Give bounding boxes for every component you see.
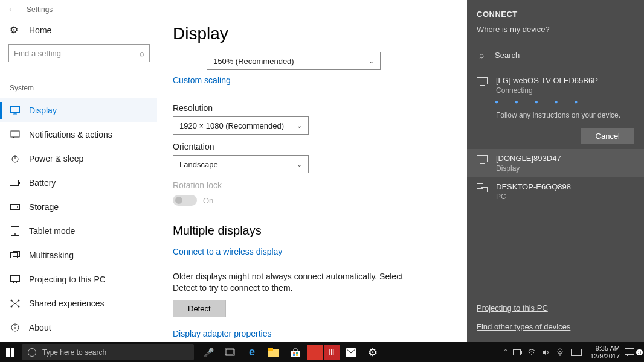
device-status: Connecting <box>496 86 620 95</box>
tray-chevron-up-icon[interactable]: ˄ <box>498 348 513 357</box>
svg-rect-12 <box>11 253 18 258</box>
taskbar-date: 12/9/2017 <box>590 352 620 360</box>
connect-search-label: Search <box>495 51 520 60</box>
about-icon <box>10 323 21 332</box>
back-button[interactable]: ← <box>5 4 19 15</box>
detect-button[interactable]: Detect <box>173 300 226 317</box>
system-tray: ˄ 9:35 AM 12/9/2017 3 <box>498 342 644 362</box>
svg-rect-33 <box>268 348 273 351</box>
notification-badge: 3 <box>636 349 643 355</box>
search-placeholder: Find a setting <box>14 49 61 58</box>
connect-wireless-link[interactable]: Connect to a wireless display <box>173 247 282 256</box>
sidebar-item-storage[interactable]: Storage <box>0 195 157 219</box>
task-view-button[interactable] <box>219 342 241 362</box>
svg-point-17 <box>11 300 13 302</box>
svg-point-23 <box>14 325 16 326</box>
svg-point-19 <box>11 306 13 308</box>
mail-app[interactable] <box>341 345 361 360</box>
projecting-to-pc-link[interactable]: Projecting to this PC <box>477 303 634 313</box>
rotation-lock-toggle[interactable] <box>173 195 197 206</box>
svg-point-20 <box>18 306 20 308</box>
sidebar-item-label: Power & sleep <box>29 154 83 164</box>
sidebar-item-display[interactable]: Display <box>0 98 157 122</box>
sidebar-item-about[interactable]: About <box>0 316 157 340</box>
file-explorer-app[interactable] <box>263 345 284 360</box>
action-center-button[interactable]: 3 <box>625 348 644 357</box>
svg-rect-47 <box>625 348 634 354</box>
settings-content: Display 150% (Recommended) ⌄ Custom scal… <box>173 24 460 349</box>
find-setting-search[interactable]: Find a setting ⌕ <box>8 44 150 62</box>
volume-tray-icon[interactable] <box>542 349 556 356</box>
taskbar-search[interactable]: Type here to search <box>22 344 194 360</box>
device-status: Display <box>496 164 561 173</box>
windows-logo-icon <box>6 348 14 357</box>
adapter-properties-link[interactable]: Display adapter properties <box>173 329 271 338</box>
connect-search[interactable]: ⌕ Search <box>467 45 644 65</box>
cortana-icon <box>28 348 36 357</box>
where-is-device-link[interactable]: Where is my device? <box>467 25 644 34</box>
sidebar-item-label: Battery <box>29 178 56 188</box>
sidebar-item-projecting[interactable]: Projecting to this PC <box>0 267 157 291</box>
svg-rect-40 <box>514 349 521 355</box>
sidebar-item-tablet[interactable]: Tablet mode <box>0 219 157 243</box>
svg-point-9 <box>17 206 18 208</box>
multitasking-icon <box>10 251 21 259</box>
app-red[interactable] <box>307 345 323 360</box>
store-app[interactable] <box>285 345 306 360</box>
device-name: [LG] webOS TV OLED65B6P <box>496 76 620 85</box>
sidebar-item-battery[interactable]: Battery <box>0 171 157 195</box>
svg-rect-34 <box>291 351 300 357</box>
location-tray-icon[interactable] <box>556 348 571 357</box>
edge-app[interactable]: e <box>242 345 262 360</box>
sidebar-item-label: About <box>29 323 51 332</box>
shared-icon <box>10 299 21 308</box>
device-desktop[interactable]: DESKTOP-E6GQ898 PC <box>467 177 644 206</box>
cancel-button[interactable]: Cancel <box>581 128 634 144</box>
home-label: Home <box>29 25 51 35</box>
taskbar-time: 9:35 AM <box>590 345 620 352</box>
power-icon <box>10 154 21 163</box>
resolution-label: Resolution <box>173 103 460 113</box>
taskbar-search-placeholder: Type here to search <box>42 348 106 357</box>
svg-rect-13 <box>13 252 20 257</box>
sidebar-item-notifications[interactable]: Notifications & actions <box>0 122 157 147</box>
wifi-tray-icon[interactable] <box>527 349 542 356</box>
sidebar: System Display Notifications & actions P… <box>0 81 157 340</box>
scale-select[interactable]: 150% (Recommended) ⌄ <box>207 52 381 70</box>
mic-icon[interactable]: 🎤 <box>198 342 219 362</box>
sidebar-item-multitasking[interactable]: Multitasking <box>0 243 157 267</box>
svg-rect-8 <box>11 205 20 210</box>
svg-rect-36 <box>296 352 298 354</box>
start-button[interactable] <box>0 342 21 362</box>
battery-icon <box>10 180 21 186</box>
rotation-lock-label: Rotation lock <box>173 180 460 190</box>
search-icon: ⌕ <box>140 49 144 58</box>
orientation-value: Landscape <box>179 160 218 169</box>
orientation-label: Orientation <box>173 142 460 151</box>
display-icon <box>477 154 489 173</box>
display-icon <box>477 76 489 119</box>
keyboard-tray-icon[interactable] <box>571 349 585 356</box>
device-lg-tv[interactable]: [LG] webOS TV OLED65B6P Connecting ● ● ●… <box>467 71 644 124</box>
sidebar-item-label: Display <box>29 106 57 115</box>
svg-rect-6 <box>10 180 19 186</box>
svg-rect-14 <box>11 276 20 282</box>
taskbar-clock[interactable]: 9:35 AM 12/9/2017 <box>585 345 625 359</box>
orientation-select[interactable]: Landscape ⌄ <box>173 155 309 173</box>
custom-scaling-link[interactable]: Custom scaling <box>173 75 231 85</box>
app-bars[interactable]: Ⅲ <box>324 345 340 360</box>
resolution-select[interactable]: 1920 × 1080 (Recommended) ⌄ <box>173 116 309 135</box>
battery-tray-icon[interactable] <box>513 349 527 355</box>
sidebar-item-shared[interactable]: Shared experiences <box>0 291 157 316</box>
svg-rect-3 <box>11 131 19 137</box>
settings-app[interactable]: ⚙ <box>362 345 383 360</box>
find-other-devices-link[interactable]: Find other types of devices <box>477 322 634 331</box>
svg-rect-35 <box>293 352 295 354</box>
chevron-down-icon: ⌄ <box>297 160 302 168</box>
multiple-displays-heading: Multiple displays <box>173 224 460 238</box>
sidebar-item-power[interactable]: Power & sleep <box>0 147 157 171</box>
rotation-lock-state: On <box>203 196 213 205</box>
svg-rect-46 <box>572 349 582 355</box>
device-dongle[interactable]: [DONGLE]893D47 Display <box>467 149 644 177</box>
storage-icon <box>10 204 21 210</box>
